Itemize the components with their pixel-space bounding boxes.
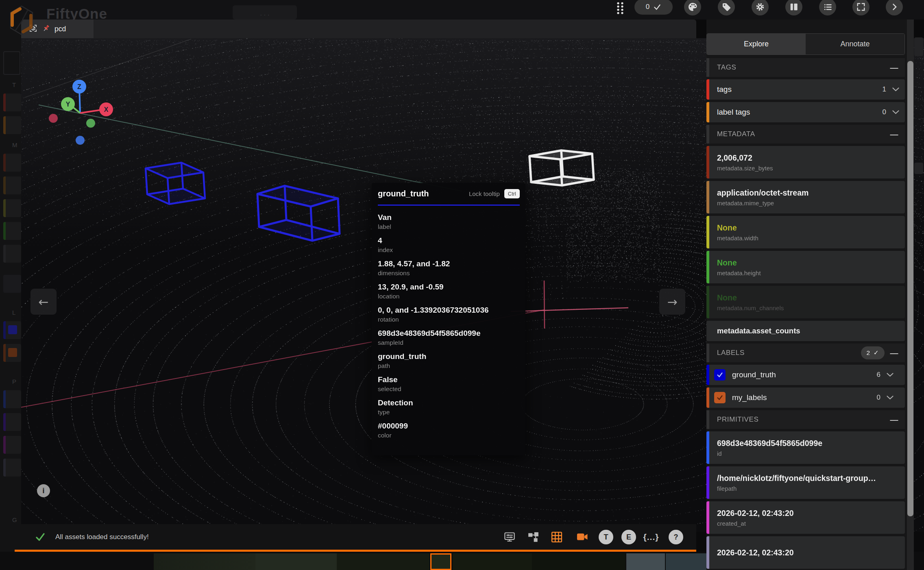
sidebar-scrollbar[interactable]: [907, 20, 914, 570]
list-icon: [823, 2, 832, 12]
scene-hierarchy-icon: [528, 532, 539, 543]
success-check-icon: [34, 531, 46, 543]
axis-y-label: Y: [66, 101, 70, 108]
field-row-height[interactable]: None metadata.height: [706, 251, 905, 283]
fiftyone-3d-sample-modal: FiftyOne · · · 0: [0, 0, 924, 570]
background-left-sidebar: T M L P G +: [0, 20, 21, 570]
json-view-button[interactable]: {...}: [643, 529, 659, 545]
axis-x-label: X: [104, 106, 109, 113]
tooltip-field-path: ground_truthpath: [378, 352, 520, 370]
scene-hierarchy-button[interactable]: [525, 529, 541, 545]
previous-slice-button[interactable]: ←: [31, 289, 57, 315]
accent-divider: [15, 550, 696, 552]
axis-negative-y[interactable]: [86, 119, 95, 128]
detection-box-hovered[interactable]: [530, 150, 594, 185]
collapse-icon[interactable]: —: [890, 415, 898, 424]
tooltip-field-sampleid: 698d3e48369d54f5865d099esampleId: [378, 329, 520, 346]
palette-icon: [688, 2, 697, 12]
chevron-down-icon[interactable]: [887, 373, 893, 377]
section-header-metadata[interactable]: METADATA —: [706, 125, 905, 144]
gear-icon: [755, 2, 765, 12]
field-row-filepath[interactable]: /home/nicklotz/fiftyone/quickstart-group…: [706, 466, 905, 499]
arrow-right-icon: →: [667, 295, 677, 309]
axis-tick-pink: [544, 281, 545, 329]
collapse-icon[interactable]: —: [890, 130, 898, 139]
scrollbar-thumb[interactable]: [907, 61, 913, 516]
info-icon: i: [42, 486, 44, 495]
field-row-size-bytes[interactable]: 2,006,072 metadata.size_bytes: [706, 146, 905, 178]
axis-negative-x[interactable]: [49, 114, 58, 123]
tab-label: pcd: [54, 25, 66, 33]
tooltip-field-index: 4index: [378, 236, 520, 254]
axis-segment-pink: [511, 308, 628, 311]
help-button[interactable]: ?: [668, 529, 684, 545]
collapse-icon[interactable]: —: [890, 348, 898, 358]
arrow-left-icon: ←: [38, 295, 48, 309]
tooltip-field-dimensions: 1.88, 4.57, and -1.82dimensions: [378, 259, 520, 277]
sample-sidebar: Explore Annotate TAGS — tags 1 label tag…: [706, 20, 908, 570]
field-row-my-labels[interactable]: my_labels 0: [706, 387, 905, 408]
detection-tooltip: ground_truth Lock tooltip Ctrl Vanlabel …: [372, 183, 525, 455]
field-row-last-modified[interactable]: 2026-02-12, 02:43:20: [706, 536, 905, 569]
chevron-down-icon[interactable]: [887, 396, 893, 400]
app-brand-title: FiftyOne: [46, 6, 107, 20]
section-header-labels[interactable]: LABELS 2 ✓ —: [706, 344, 905, 362]
section-header-tags[interactable]: TAGS —: [706, 58, 905, 77]
background-group-letter: G: [12, 516, 17, 523]
field-row-mime-type[interactable]: application/octet-stream metadata.mime_t…: [706, 181, 905, 213]
status-message: All assets loaded successfully!: [55, 533, 149, 541]
info-button[interactable]: i: [37, 484, 50, 497]
chevron-down-icon[interactable]: [892, 87, 899, 91]
tooltip-field-selected: Falseselected: [378, 375, 520, 393]
background-edge-widget: [914, 37, 923, 56]
check-icon: [653, 3, 661, 11]
chevron-down-icon[interactable]: [892, 110, 899, 114]
tooltip-field-color: #000099color: [378, 422, 520, 439]
background-popover-stub: · · ·: [233, 5, 297, 20]
video-mode-button[interactable]: [575, 529, 590, 545]
pin-icon[interactable]: [42, 24, 50, 34]
top-view-button[interactable]: T: [598, 529, 614, 545]
tab-explore[interactable]: Explore: [707, 34, 806, 54]
background-edge-widget: [914, 163, 923, 174]
field-row-asset-counts[interactable]: metadata.asset_counts: [706, 321, 905, 341]
checkbox-my-labels[interactable]: [714, 392, 726, 403]
visible-labels-badge[interactable]: 2 ✓: [861, 346, 885, 359]
field-row-ground-truth[interactable]: ground_truth 6: [706, 365, 905, 385]
drag-handle-icon[interactable]: [615, 1, 625, 17]
field-row-created-at[interactable]: 2026-02-12, 02:43:20 created_at: [706, 501, 905, 534]
check-icon: ✓: [874, 349, 879, 357]
tooltip-divider: [378, 205, 520, 206]
field-row-width[interactable]: None metadata.width: [706, 216, 905, 248]
ctrl-key-badge: Ctrl: [504, 189, 520, 198]
ego-view-button[interactable]: E: [621, 529, 636, 545]
tooltip-lock-hint: Lock tooltip: [469, 190, 500, 197]
checkbox-ground-truth[interactable]: [714, 369, 726, 381]
next-slice-button[interactable]: →: [659, 289, 685, 315]
tag-icon: [722, 2, 731, 12]
selection-count-button[interactable]: 0: [634, 0, 673, 15]
viewer-status-bar: All assets loaded successfully!: [15, 524, 696, 550]
field-row-tags[interactable]: tags 1: [706, 79, 905, 100]
axis-gizmo[interactable]: Z Y X: [49, 80, 113, 145]
json-icon: {...}: [643, 532, 659, 542]
render-preferences-button[interactable]: [502, 529, 517, 545]
section-header-primitives[interactable]: PRIMITIVES —: [706, 410, 905, 429]
tooltip-field-label: Vanlabel: [378, 213, 520, 231]
collapse-icon[interactable]: —: [890, 63, 898, 72]
selected-thumbnail: [430, 553, 451, 570]
tooltip-field-location: 13, 20.9, and -0.59location: [378, 283, 520, 300]
top-view-icon: T: [599, 530, 613, 544]
tooltip-field-type: Detectiontype: [378, 398, 520, 416]
grid-view-button[interactable]: [549, 529, 564, 545]
detection-box-blue-2[interactable]: [257, 186, 340, 241]
field-row-label-tags[interactable]: label tags 0: [706, 102, 905, 122]
render-preferences-icon: [504, 531, 515, 543]
grid-icon: [551, 531, 563, 543]
field-row-num-channels[interactable]: None metadata.num_channels: [706, 286, 905, 318]
tab-annotate[interactable]: Annotate: [806, 34, 904, 54]
axis-line-teal: [39, 105, 462, 191]
detection-box-blue-1[interactable]: [146, 163, 205, 204]
axis-negative-z[interactable]: [76, 136, 85, 145]
field-row-id[interactable]: 698d3e48369d54f5865d099e id: [706, 431, 905, 464]
